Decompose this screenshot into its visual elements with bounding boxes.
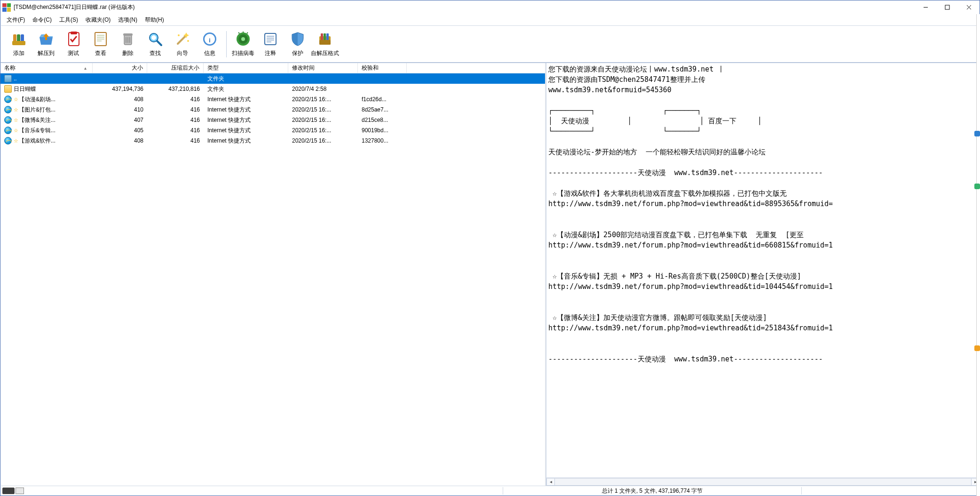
cell-crc (358, 73, 407, 84)
cell-name: ☆【动漫&剧场... (0, 94, 93, 104)
col-type[interactable]: 类型 (204, 63, 288, 73)
svg-point-24 (178, 34, 180, 36)
toolbar-sfx-button[interactable]: 自解压格式 (311, 30, 339, 58)
table-row[interactable]: ..文件夹 (0, 73, 545, 84)
toolbar-find-button[interactable]: 查找 (142, 30, 169, 58)
cell-packed: 416 (147, 125, 204, 136)
toolbar-view-button[interactable]: 查看 (87, 30, 114, 58)
svg-rect-35 (265, 33, 276, 45)
window-title: [TSDM@chen25847471]日日蝴蝶.rar (评估版本) (14, 3, 915, 11)
cell-size: 410 (93, 104, 147, 115)
toolbar-delete-button[interactable]: 删除 (114, 30, 142, 58)
toolbar-test-button[interactable]: 测试 (60, 30, 87, 58)
col-mod[interactable]: 修改时间 (288, 63, 358, 73)
comment-icon (262, 31, 279, 48)
svg-line-23 (178, 35, 186, 44)
main-area: 名称▴大小压缩后大小类型修改时间校验和 ..文件夹日日蝴蝶437,194,736… (0, 63, 980, 486)
keyboard-icon (2, 488, 15, 494)
cell-crc: d215ce8... (358, 115, 407, 125)
toolbar-separator (226, 31, 227, 57)
cell-size: 408 (93, 136, 147, 146)
col-name[interactable]: 名称▴ (0, 63, 93, 73)
svg-line-33 (238, 32, 239, 33)
protect-icon (289, 31, 306, 48)
table-row[interactable]: ☆【动漫&剧场...408416Internet 快捷方式2020/2/15 1… (0, 94, 545, 104)
table-row[interactable]: ☆【游戏&软件...408416Internet 快捷方式2020/2/15 1… (0, 136, 545, 146)
cell-name: ☆【微博&关注... (0, 115, 93, 125)
minimize-button[interactable] (915, 0, 936, 15)
toolbar-info-button[interactable]: i信息 (196, 30, 223, 58)
status-summary: 总计 1 文件夹, 5 文件, 437,196,774 字节 (507, 487, 798, 495)
star-icon: ☆ (14, 117, 18, 123)
cell-packed (147, 73, 204, 84)
toolbar-wizard-button[interactable]: 向导 (169, 30, 196, 58)
svg-rect-16 (123, 33, 133, 36)
internet-shortcut-icon (4, 127, 12, 134)
table-row[interactable]: 日日蝴蝶437,194,736437,210,816文件夹2020/7/4 2:… (0, 84, 545, 94)
extract-icon (38, 31, 55, 48)
svg-rect-7 (12, 41, 25, 45)
find-icon (147, 31, 164, 48)
info-icon: i (201, 31, 218, 48)
sort-asc-icon: ▴ (84, 65, 87, 71)
toolbar-comment-button[interactable]: 注释 (257, 30, 284, 58)
delete-icon (119, 31, 136, 48)
cell-type: Internet 快捷方式 (204, 94, 288, 104)
col-size[interactable]: 大小 (93, 63, 147, 73)
cell-packed: 416 (147, 104, 204, 115)
star-icon: ☆ (14, 128, 18, 134)
table-row[interactable]: ☆【微博&关注...407416Internet 快捷方式2020/2/15 1… (0, 115, 545, 125)
cell-mod: 2020/2/15 16:... (288, 115, 358, 125)
toolbar: 添加解压到测试查看删除查找向导i信息扫描病毒注释保护自解压格式 (0, 25, 980, 63)
table-row[interactable]: ☆【音乐&专辑...405416Internet 快捷方式2020/2/15 1… (0, 125, 545, 136)
cell-type: 文件夹 (204, 84, 288, 94)
cell-size: 405 (93, 125, 147, 136)
menu-item-0[interactable]: 文件(F) (3, 15, 28, 25)
cell-name: 日日蝴蝶 (0, 84, 93, 94)
svg-rect-42 (324, 33, 326, 40)
table-row[interactable]: ☆【图片&打包...410416Internet 快捷方式2020/2/15 1… (0, 104, 545, 115)
toolbar-add-button[interactable]: 添加 (5, 30, 32, 58)
cell-crc (358, 84, 407, 94)
file-list[interactable]: ..文件夹日日蝴蝶437,194,736437,210,816文件夹2020/7… (0, 73, 545, 486)
cell-size (93, 73, 147, 84)
cell-crc: 1327800... (358, 136, 407, 146)
menu-item-5[interactable]: 帮助(H) (142, 15, 167, 25)
menu-item-2[interactable]: 工具(S) (56, 15, 81, 25)
column-header[interactable]: 名称▴大小压缩后大小类型修改时间校验和 (0, 63, 545, 73)
toolbar-protect-button[interactable]: 保护 (284, 30, 311, 58)
scroll-left-button[interactable]: ◂ (546, 478, 555, 486)
view-icon (92, 31, 109, 48)
svg-rect-41 (321, 33, 323, 40)
cell-type: Internet 快捷方式 (204, 136, 288, 146)
toolbar-scan-button[interactable]: 扫描病毒 (229, 30, 257, 58)
cell-mod: 2020/2/15 16:... (288, 94, 358, 104)
scroll-track[interactable] (555, 478, 971, 486)
cell-mod: 2020/2/15 16:... (288, 136, 358, 146)
cell-packed: 437,210,816 (147, 84, 204, 94)
menu-item-4[interactable]: 选项(N) (115, 15, 141, 25)
svg-point-31 (241, 37, 245, 41)
up-folder-icon (4, 75, 12, 82)
internet-shortcut-icon (4, 137, 12, 144)
star-icon: ☆ (14, 138, 18, 144)
menu-item-3[interactable]: 收藏夹(O) (82, 15, 114, 25)
cell-crc: 8d25ae7... (358, 104, 407, 115)
cell-crc: f1cd26d... (358, 94, 407, 104)
col-crc[interactable]: 校验和 (358, 63, 407, 73)
col-packed[interactable]: 压缩后大小 (147, 63, 204, 73)
cell-packed: 416 (147, 94, 204, 104)
svg-point-25 (187, 40, 189, 42)
svg-rect-43 (326, 33, 329, 40)
horizontal-scrollbar[interactable]: ◂ ▸ (546, 477, 980, 486)
cell-size: 407 (93, 115, 147, 125)
toolbar-extract-button[interactable]: 解压到 (32, 30, 60, 58)
cell-mod: 2020/2/15 16:... (288, 104, 358, 115)
maximize-button[interactable] (936, 0, 958, 15)
close-button[interactable] (958, 0, 980, 15)
status-bar: 总计 1 文件夹, 5 文件, 437,196,774 字节 (0, 486, 980, 496)
cell-packed: 416 (147, 136, 204, 146)
menu-item-1[interactable]: 命令(C) (29, 15, 55, 25)
comment-text[interactable]: 您下载的资源来自天使动漫论坛丨www.tsdm39.net 丨 您下载的资源由T… (546, 63, 980, 477)
cell-size: 408 (93, 94, 147, 104)
